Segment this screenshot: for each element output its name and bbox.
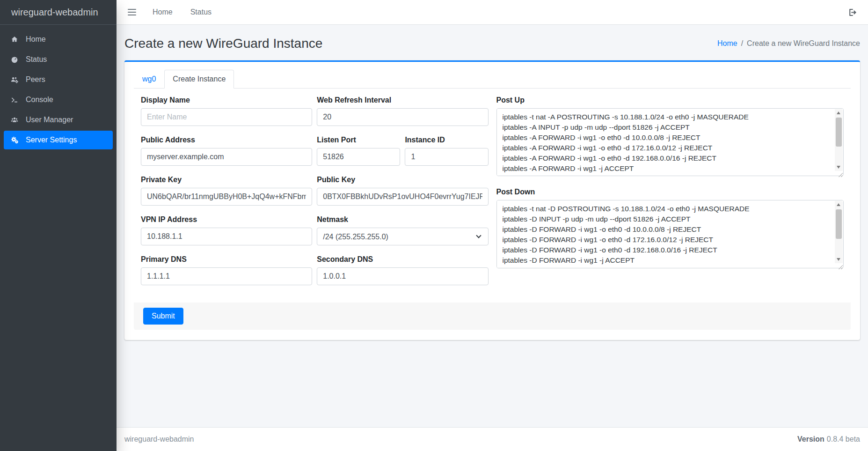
secondary-dns-input[interactable] (317, 267, 488, 285)
navbar-link-home[interactable]: Home (148, 4, 177, 20)
post-up-label: Post Up (496, 96, 844, 104)
post-up-wrap: iptables -t nat -A POSTROUTING -s 10.188… (496, 108, 844, 178)
sidebar-item-label: Status (26, 55, 47, 64)
post-up-textarea[interactable]: iptables -t nat -A POSTROUTING -s 10.188… (496, 108, 844, 176)
post-down-wrap: iptables -t nat -D POSTROUTING -s 10.188… (496, 200, 844, 270)
footer-version-label: Version (797, 435, 824, 443)
instance-id-label: Instance ID (405, 136, 488, 144)
display-name-input[interactable] (141, 108, 312, 126)
public-address-group: Public Address (141, 136, 312, 166)
instance-id-input[interactable] (405, 148, 488, 166)
public-key-label: Public Key (317, 176, 488, 184)
scroll-up-button[interactable] (835, 201, 843, 208)
sidebar-item-label: Server Settings (26, 136, 77, 144)
public-key-input[interactable] (317, 188, 488, 206)
sidebar-item-server-settings[interactable]: Server Settings (4, 131, 113, 149)
sidebar-item-label: User Manager (26, 116, 73, 124)
private-key-label: Private Key (141, 176, 312, 184)
scrollbar-thumb[interactable] (836, 118, 842, 147)
terminal-icon (9, 96, 20, 104)
users-icon (9, 116, 20, 124)
scrollbar-track[interactable] (835, 117, 843, 163)
post-down-label: Post Down (496, 188, 844, 196)
post-down-group: Post Down iptables -t nat -D POSTROUTING… (496, 188, 844, 270)
secondary-dns-label: Secondary DNS (317, 255, 488, 264)
instance-tabs: wg0 Create Instance (134, 70, 851, 89)
private-key-input[interactable] (141, 188, 312, 206)
listen-port-label: Listen Port (317, 136, 400, 144)
web-refresh-label: Web Refresh Interval (317, 96, 488, 104)
instance-card: wg0 Create Instance Display Name Web Ref… (124, 60, 860, 340)
navbar-link-status[interactable]: Status (186, 4, 216, 20)
form-right-column: Post Up iptables -t nat -A POSTROUTING -… (496, 96, 844, 295)
content-header: Create a new WireGuard Instance Home / C… (117, 25, 868, 52)
submit-strip: Submit (134, 303, 851, 330)
menu-toggle-button[interactable] (128, 7, 139, 18)
scrollbar-thumb[interactable] (836, 209, 842, 239)
vpn-ip-input[interactable] (141, 228, 312, 245)
logout-button[interactable] (845, 6, 860, 19)
netmask-group: Netmask /24 (255.255.255.0) (317, 215, 488, 245)
breadcrumb-home-link[interactable]: Home (717, 39, 737, 48)
screen: wireguard-webadmin Home Status (0, 0, 868, 451)
primary-dns-label: Primary DNS (141, 255, 312, 264)
tachometer-icon (9, 56, 20, 64)
web-refresh-input[interactable] (317, 108, 488, 126)
main-area: Home Status Create a new WireGuard Insta… (117, 0, 868, 451)
create-instance-form: Display Name Web Refresh Interval Public… (134, 96, 851, 295)
public-address-input[interactable] (141, 148, 312, 166)
instance-card-body: wg0 Create Instance Display Name Web Ref… (124, 62, 860, 340)
secondary-dns-group: Secondary DNS (317, 255, 488, 285)
footer-version-value: 0.8.4 beta (827, 435, 860, 443)
post-down-textarea[interactable]: iptables -t nat -D POSTROUTING -s 10.188… (496, 200, 844, 268)
gears-icon (9, 136, 20, 144)
display-name-label: Display Name (141, 96, 312, 104)
navbar-right (845, 6, 860, 19)
public-address-label: Public Address (141, 136, 312, 144)
sidebar-item-peers[interactable]: Peers (4, 70, 113, 89)
sidebar: wireguard-webadmin Home Status (0, 0, 117, 451)
footer-brand: wireguard-webadmin (124, 435, 194, 444)
scrollbar-track[interactable] (835, 208, 843, 256)
home-icon (9, 36, 20, 44)
sidebar-item-user-manager[interactable]: User Manager (4, 111, 113, 129)
port-id-row: Listen Port Instance ID (317, 136, 488, 176)
content-wrapper: Create a new WireGuard Instance Home / C… (117, 25, 868, 427)
private-key-group: Private Key (141, 176, 312, 206)
page-title: Create a new WireGuard Instance (124, 36, 322, 52)
netmask-label: Netmask (317, 215, 488, 224)
top-navbar: Home Status (117, 0, 868, 25)
scroll-down-button[interactable] (835, 256, 843, 263)
scroll-up-button[interactable] (835, 109, 843, 117)
sidebar-brand[interactable]: wireguard-webadmin (0, 0, 117, 25)
sidebar-item-console[interactable]: Console (4, 90, 113, 109)
main-footer: wireguard-webadmin Version0.8.4 beta (117, 427, 868, 451)
tab-create-instance[interactable]: Create Instance (164, 70, 234, 89)
sidebar-item-home[interactable]: Home (4, 30, 113, 49)
vpn-ip-label: VPN IP Address (141, 215, 312, 224)
web-refresh-group: Web Refresh Interval (317, 96, 488, 126)
listen-port-input[interactable] (317, 148, 400, 166)
instance-id-group: Instance ID (405, 136, 488, 166)
sidebar-item-label: Console (26, 96, 53, 104)
sidebar-menu: Home Status (0, 25, 117, 149)
submit-button[interactable]: Submit (143, 308, 183, 325)
sign-out-icon (847, 7, 857, 17)
post-up-group: Post Up iptables -t nat -A POSTROUTING -… (496, 96, 844, 178)
tab-wg0[interactable]: wg0 (134, 70, 164, 89)
footer-version: Version0.8.4 beta (797, 435, 860, 444)
form-left-columns: Display Name Web Refresh Interval Public… (141, 96, 489, 295)
display-name-group: Display Name (141, 96, 312, 126)
breadcrumb: Home / Create a new WireGuard Instance (717, 39, 860, 48)
sidebar-item-status[interactable]: Status (4, 50, 113, 69)
scroll-down-button[interactable] (835, 163, 843, 171)
post-down-scrollbar[interactable] (835, 201, 843, 263)
sidebar-item-label: Peers (26, 75, 45, 84)
vpn-ip-group: VPN IP Address (141, 215, 312, 245)
primary-dns-input[interactable] (141, 267, 312, 285)
public-key-group: Public Key (317, 176, 488, 206)
breadcrumb-separator: / (741, 39, 743, 48)
sidebar-item-label: Home (26, 35, 46, 44)
post-up-scrollbar[interactable] (835, 109, 843, 171)
netmask-select[interactable]: /24 (255.255.255.0) (317, 228, 488, 245)
